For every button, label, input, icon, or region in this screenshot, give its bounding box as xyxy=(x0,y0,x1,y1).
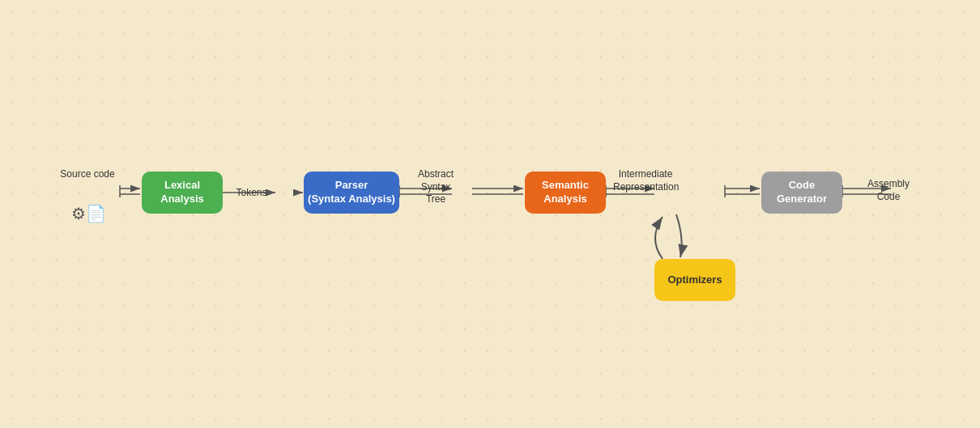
optimizers-label: Optimizers xyxy=(667,273,722,287)
diagram-container: ⚙📄 Source code LexicalAnalysis Tokens Pa… xyxy=(0,0,980,428)
tokens-label: Tokens xyxy=(229,187,274,200)
lexical-analysis-node: LexicalAnalysis xyxy=(142,172,223,214)
assembly-code-label: AssemblyCode xyxy=(852,178,925,203)
code-generator-node: CodeGenerator xyxy=(761,172,842,214)
lexical-analysis-label: LexicalAnalysis xyxy=(160,179,203,206)
arrows-svg xyxy=(0,0,980,428)
code-generator-label: CodeGenerator xyxy=(777,179,827,206)
source-code-label: Source code xyxy=(55,168,120,181)
ast-label: AbstractSyntaxTree xyxy=(407,168,464,206)
semantic-analysis-node: SemanticAnalysis xyxy=(525,172,606,214)
parser-label: Parser(Syntax Analysis) xyxy=(308,179,395,206)
ir-label: IntermediateRepresentation xyxy=(613,168,678,193)
optimizers-node: Optimizers xyxy=(654,259,735,301)
source-code-icon: ⚙📄 xyxy=(71,204,106,223)
semantic-analysis-label: SemanticAnalysis xyxy=(542,179,589,206)
parser-node: Parser(Syntax Analysis) xyxy=(304,172,399,214)
